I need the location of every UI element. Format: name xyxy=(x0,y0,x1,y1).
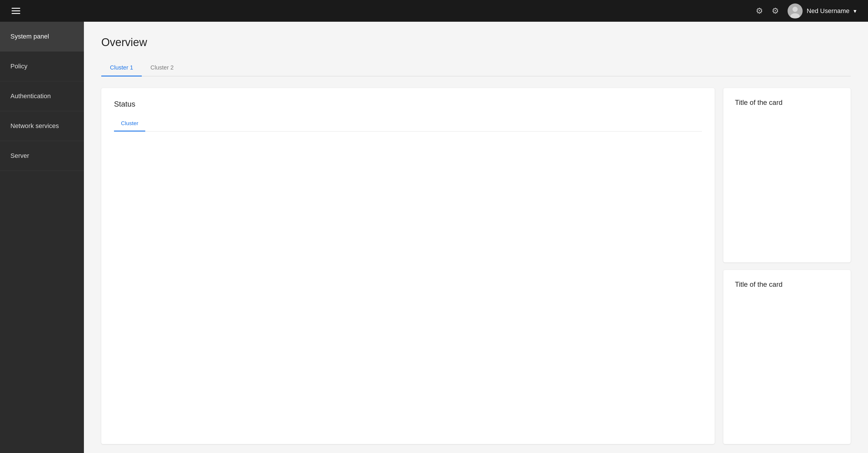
settings-icon-2[interactable]: ⚙ xyxy=(772,6,779,16)
status-inner-tabs: Cluster xyxy=(114,117,702,132)
right-column: Title of the card Title of the card xyxy=(723,88,850,444)
header: ⚙ ⚙ Ned Username ▾ xyxy=(0,0,868,22)
sidebar: System panel Policy Authentication Netwo… xyxy=(0,22,84,453)
settings-icon-1[interactable]: ⚙ xyxy=(756,6,763,16)
content-area: Overview Cluster 1 Cluster 2 Status Clus… xyxy=(84,22,868,453)
tab-cluster-inner[interactable]: Cluster xyxy=(114,117,145,132)
sidebar-item-system-panel[interactable]: System panel xyxy=(0,22,84,52)
side-card-2: Title of the card xyxy=(723,270,850,444)
sidebar-item-authentication[interactable]: Authentication xyxy=(0,81,84,111)
status-card: Status Cluster xyxy=(101,88,715,444)
tab-cluster2[interactable]: Cluster 2 xyxy=(142,60,182,77)
sidebar-item-policy[interactable]: Policy xyxy=(0,52,84,81)
side-card-1: Title of the card xyxy=(723,88,850,262)
cluster-tabs: Cluster 1 Cluster 2 xyxy=(101,60,850,77)
svg-point-1 xyxy=(793,7,798,12)
chevron-down-icon: ▾ xyxy=(854,7,857,15)
content-grid: Status Cluster Title of the card Title o… xyxy=(101,88,850,444)
side-card-1-title: Title of the card xyxy=(735,98,839,107)
user-menu[interactable]: Ned Username ▾ xyxy=(787,3,857,19)
page-title: Overview xyxy=(101,36,850,49)
sidebar-item-network-services[interactable]: Network services xyxy=(0,111,84,141)
status-card-title: Status xyxy=(114,100,702,109)
side-card-2-title: Title of the card xyxy=(735,280,839,288)
sidebar-item-server[interactable]: Server xyxy=(0,141,84,171)
tab-cluster1[interactable]: Cluster 1 xyxy=(101,60,142,77)
avatar xyxy=(787,3,803,19)
hamburger-menu-icon[interactable] xyxy=(11,8,20,14)
username-label: Ned Username xyxy=(807,7,849,15)
header-right: ⚙ ⚙ Ned Username ▾ xyxy=(756,3,857,19)
header-left xyxy=(11,8,20,14)
main-layout: System panel Policy Authentication Netwo… xyxy=(0,22,868,453)
